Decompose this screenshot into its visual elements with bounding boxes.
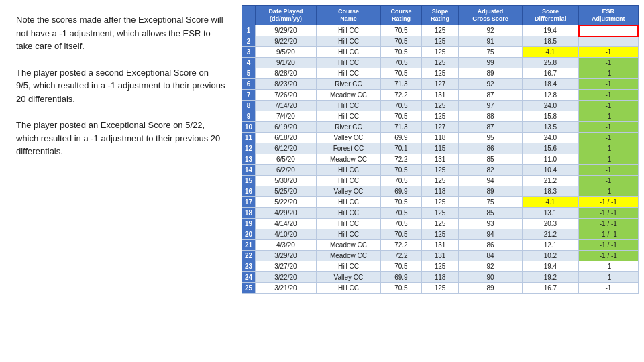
ags-cell: 86 <box>459 143 522 154</box>
esr-cell: -1 <box>579 283 638 294</box>
ags-cell: 84 <box>459 251 522 261</box>
cr-cell: 69.9 <box>381 186 421 197</box>
row-number: 12 <box>242 143 256 154</box>
diff-cell: 19.4 <box>522 25 578 36</box>
sr-cell: 125 <box>421 111 459 122</box>
cr-cell: 70.5 <box>381 68 421 79</box>
diff-cell: 15.6 <box>522 143 578 154</box>
table-row: 77/26/20Meadow CC72.21318712.8-1 <box>242 90 639 101</box>
sr-cell: 127 <box>421 79 459 90</box>
esr-cell: -1 <box>579 133 638 143</box>
table-row: 116/18/20Valley CC69.91189524.0-1 <box>242 133 639 143</box>
ags-cell: 89 <box>459 68 522 79</box>
ags-cell: 90 <box>459 272 522 283</box>
table-row: 97/4/20Hill CC70.51258815.8-1 <box>242 111 639 122</box>
diff-cell: 21.2 <box>522 176 578 186</box>
diff-cell: 20.3 <box>522 219 578 229</box>
esr-cell: -1 <box>579 47 638 58</box>
sr-cell: 115 <box>421 143 459 154</box>
row-number: 10 <box>242 122 256 133</box>
date-cell: 3/27/20 <box>256 261 317 272</box>
sr-cell: 125 <box>421 58 459 68</box>
table-row: 155/30/20Hill CC70.51259421.2-1 <box>242 176 639 186</box>
date-cell: 9/22/20 <box>256 36 317 47</box>
sr-cell: 131 <box>421 90 459 101</box>
esr-cell: -1 <box>579 143 638 154</box>
row-number: 22 <box>242 251 256 261</box>
sr-cell: 125 <box>421 47 459 58</box>
table-row: 175/22/20Hill CC70.5125754.1-1 / -1 <box>242 197 639 208</box>
date-cell: 8/23/20 <box>256 79 317 90</box>
esr-cell: -1 <box>579 79 638 90</box>
ags-cell: 86 <box>459 240 522 251</box>
course-cell: Meadow CC <box>316 240 381 251</box>
sr-cell: 118 <box>421 186 459 197</box>
esr-cell <box>579 25 638 36</box>
esr-cell: -1 <box>579 101 638 111</box>
table-row: 214/3/20Meadow CC72.21318612.1-1 / -1 <box>242 240 639 251</box>
cr-cell: 72.2 <box>381 240 421 251</box>
note-paragraph-3: The player posted an Exceptional Score o… <box>16 119 225 158</box>
course-cell: Hill CC <box>316 165 381 176</box>
date-cell: 7/26/20 <box>256 90 317 101</box>
diff-cell: 24.0 <box>522 101 578 111</box>
diff-cell: 13.5 <box>522 122 578 133</box>
cr-cell: 70.5 <box>381 197 421 208</box>
diff-cell: 15.8 <box>522 111 578 122</box>
row-number: 15 <box>242 176 256 186</box>
table-row: 68/23/20River CC71.31279218.4-1 <box>242 79 639 90</box>
course-cell: Hill CC <box>316 25 381 36</box>
sr-cell: 131 <box>421 240 459 251</box>
esr-cell: -1 / -1 <box>579 240 638 251</box>
table-row: 126/12/20Forest CC70.11158615.6-1 <box>242 143 639 154</box>
ags-cell: 89 <box>459 186 522 197</box>
diff-cell: 10.4 <box>522 165 578 176</box>
esr-cell: -1 <box>579 111 638 122</box>
diff-cell: 18.3 <box>522 186 578 197</box>
col-cr: CourseRating <box>381 6 421 25</box>
esr-cell: -1 / -1 <box>579 208 638 219</box>
ags-cell: 99 <box>459 58 522 68</box>
esr-cell: -1 <box>579 122 638 133</box>
sr-cell: 118 <box>421 133 459 143</box>
row-number: 21 <box>242 240 256 251</box>
date-cell: 4/10/20 <box>256 229 317 240</box>
table-row: 136/5/20Meadow CC72.21318511.0-1 <box>242 154 639 165</box>
date-cell: 3/29/20 <box>256 251 317 261</box>
cr-cell: 70.5 <box>381 229 421 240</box>
diff-cell: 4.1 <box>522 197 578 208</box>
cr-cell: 71.3 <box>381 79 421 90</box>
cr-cell: 70.5 <box>381 25 421 36</box>
date-cell: 6/19/20 <box>256 122 317 133</box>
table-row: 39/5/20Hill CC70.5125754.1-1 <box>242 47 639 58</box>
row-number: 11 <box>242 133 256 143</box>
sr-cell: 125 <box>421 261 459 272</box>
ags-cell: 92 <box>459 79 522 90</box>
esr-cell: -1 / -1 <box>579 197 638 208</box>
esr-cell: -1 / -1 <box>579 251 638 261</box>
esr-cell: -1 <box>579 272 638 283</box>
date-cell: 9/29/20 <box>256 25 317 36</box>
cr-cell: 70.5 <box>381 165 421 176</box>
sr-cell: 125 <box>421 25 459 36</box>
sr-cell: 131 <box>421 154 459 165</box>
date-cell: 4/14/20 <box>256 219 317 229</box>
row-number: 8 <box>242 101 256 111</box>
date-cell: 3/21/20 <box>256 283 317 294</box>
ags-cell: 87 <box>459 90 522 101</box>
cr-cell: 70.5 <box>381 111 421 122</box>
course-cell: Hill CC <box>316 68 381 79</box>
date-cell: 3/22/20 <box>256 272 317 283</box>
date-cell: 5/22/20 <box>256 197 317 208</box>
ags-cell: 88 <box>459 111 522 122</box>
esr-cell: -1 <box>579 58 638 68</box>
course-cell: Meadow CC <box>316 251 381 261</box>
date-cell: 6/12/20 <box>256 143 317 154</box>
table-row: 49/1/20Hill CC70.51259925.8-1 <box>242 58 639 68</box>
table-row: 106/19/20River CC71.31278713.5-1 <box>242 122 639 133</box>
course-cell: River CC <box>316 122 381 133</box>
col-course: CourseName <box>316 6 381 25</box>
date-cell: 9/5/20 <box>256 47 317 58</box>
date-cell: 4/29/20 <box>256 208 317 219</box>
row-number: 6 <box>242 79 256 90</box>
